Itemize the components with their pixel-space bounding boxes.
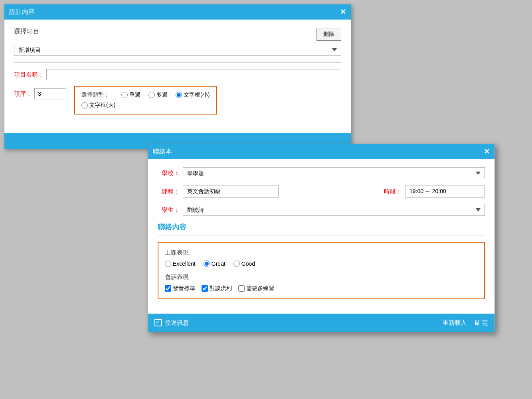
contact-dialog-title: 聯絡本 [153, 148, 172, 156]
item-name-label: 項目名稱： [14, 71, 44, 79]
bottom-right-actions: 重新載入 確 定 [443, 319, 488, 327]
checkbox-practice-label: 需要多練習 [246, 285, 274, 292]
reload-button[interactable]: 重新載入 [443, 319, 467, 327]
radio-single-label: 單選 [129, 91, 140, 99]
radio-text-large-input[interactable] [81, 102, 88, 109]
contact-dialog-close[interactable]: ✕ [484, 147, 490, 156]
content-section-title: 聯絡內容 [158, 222, 485, 232]
radio-good[interactable]: Good [233, 261, 255, 267]
checkbox-pronunciation-input[interactable] [165, 285, 171, 292]
content-box: 上課表現 Excellent Great Good 會話表現 [158, 242, 485, 299]
radio-text-small[interactable]: 文字框(小) [176, 91, 210, 99]
time-input[interactable] [405, 186, 485, 198]
contact-dialog-bottom-bar: 發送訊息 重新載入 確 定 [148, 314, 494, 332]
radio-text-small-input[interactable] [176, 92, 182, 98]
delete-button[interactable]: 刪除 [316, 28, 341, 41]
radio-text-large-label: 文字框(大) [89, 102, 115, 109]
radio-text-large[interactable]: 文字框(大) [81, 102, 115, 109]
performance-label: 上課表現 [165, 249, 478, 257]
order-label: 項序： [14, 90, 32, 98]
radio-single[interactable]: 單選 [121, 91, 140, 99]
divider-1 [14, 62, 341, 63]
radio-multi-input[interactable] [148, 92, 155, 98]
checkbox-fluent-label: 對談流利 [210, 285, 232, 292]
radio-multi-label: 多選 [156, 91, 168, 99]
conversation-label: 會話表現 [165, 273, 478, 281]
radio-single-input[interactable] [121, 92, 128, 98]
course-label: 課程： [158, 188, 180, 196]
radio-good-label: Good [241, 261, 255, 267]
checkbox-pronunciation[interactable]: 發音標準 [165, 285, 195, 292]
contact-dialog: 聯絡本 ✕ 學校： 學學趣 課程： 時段： 學生： 劉曉詩 聯絡內容 [148, 144, 495, 332]
select-section-label: 選擇項目 [14, 28, 40, 36]
radio-great-input[interactable] [204, 261, 210, 267]
school-select[interactable]: 學學趣 [183, 167, 485, 179]
type-selection-box: 選擇類型： 單選 多選 文字框(小) [74, 86, 217, 115]
performance-radio-group: Excellent Great Good [165, 261, 478, 267]
course-time-row: 課程： 時段： [158, 186, 485, 198]
send-checkbox-icon[interactable] [154, 319, 162, 326]
design-dialog-title: 設計內容 [9, 8, 35, 16]
design-dialog-close[interactable]: ✕ [340, 8, 346, 16]
radio-excellent[interactable]: Excellent [165, 261, 196, 267]
conversation-checkbox-group: 發音標準 對談流利 需要多練習 [165, 285, 478, 292]
course-input[interactable] [183, 186, 279, 198]
school-label: 學校： [158, 170, 180, 177]
student-select[interactable]: 劉曉詩 [183, 204, 485, 216]
item-name-input[interactable] [46, 69, 341, 80]
send-label[interactable]: 發送訊息 [165, 319, 189, 327]
radio-excellent-input[interactable] [165, 261, 171, 267]
design-dialog-titlebar: 設計內容 ✕ [4, 4, 351, 20]
order-input[interactable] [34, 88, 66, 99]
contact-dialog-titlebar: 聯絡本 ✕ [148, 144, 494, 159]
checkbox-fluent[interactable]: 對談流利 [202, 285, 232, 292]
checkbox-practice-input[interactable] [238, 285, 245, 292]
checkbox-practice[interactable]: 需要多練習 [238, 285, 274, 292]
time-label: 時段： [380, 188, 402, 196]
content-divider [158, 235, 485, 235]
confirm-button[interactable]: 確 定 [475, 319, 488, 327]
item-dropdown[interactable]: 新增項目 [14, 44, 341, 56]
student-label: 學生： [158, 206, 180, 214]
radio-great-label: Great [212, 261, 225, 267]
checkbox-pronunciation-label: 發音標準 [173, 285, 195, 292]
send-section: 發送訊息 [154, 319, 189, 327]
radio-good-input[interactable] [233, 261, 240, 267]
radio-excellent-label: Excellent [173, 261, 196, 267]
radio-great[interactable]: Great [204, 261, 225, 267]
school-row: 學校： 學學趣 [158, 167, 485, 179]
type-label: 選擇類型： [81, 91, 109, 99]
student-row: 學生： 劉曉詩 [158, 204, 485, 216]
radio-multi[interactable]: 多選 [148, 91, 168, 99]
checkbox-fluent-input[interactable] [202, 285, 208, 292]
radio-text-small-label: 文字框(小) [184, 91, 210, 99]
design-dialog: 設計內容 ✕ 選擇項目 刪除 新增項目 項目名稱： 項序： 選擇類型： [4, 4, 351, 149]
